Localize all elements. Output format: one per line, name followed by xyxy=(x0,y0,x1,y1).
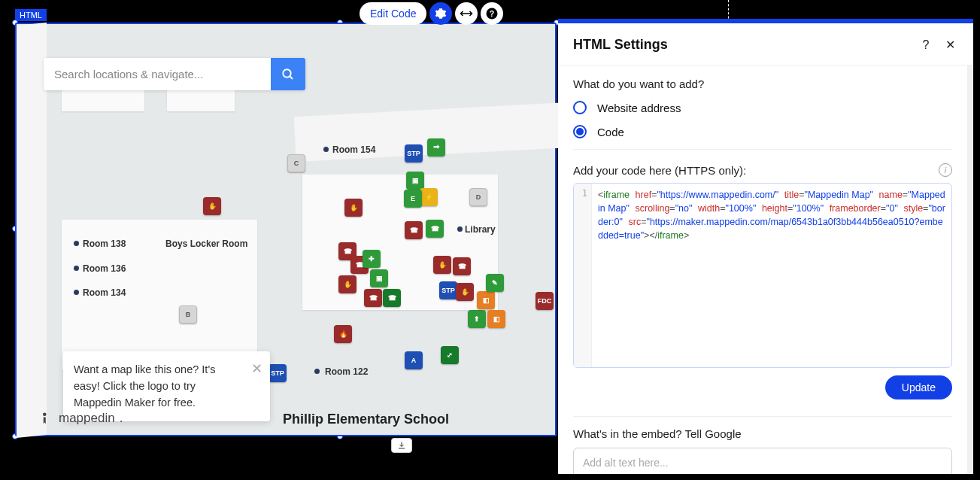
panel-header: HTML Settings ? ✕ xyxy=(558,23,973,65)
alt-question: What's in the embed? Tell Google xyxy=(573,427,952,440)
search-input[interactable] xyxy=(44,58,271,90)
radio-code[interactable]: Code xyxy=(573,125,952,138)
map-pin-bolt-icon[interactable]: ⚡ xyxy=(420,188,438,206)
map-pin[interactable]: ✋ xyxy=(203,197,221,215)
svg-text:?: ? xyxy=(490,9,494,18)
map-dot xyxy=(314,369,320,374)
map-pin[interactable]: STP xyxy=(405,144,423,163)
map-pin[interactable]: ✋ xyxy=(433,256,451,274)
close-icon: ✕ xyxy=(945,38,955,52)
info-icon[interactable]: i xyxy=(939,163,952,177)
download-handle[interactable] xyxy=(391,438,412,453)
map-pin-a[interactable]: A xyxy=(405,351,423,369)
help-icon: ? xyxy=(485,7,499,20)
brand-logo[interactable]: mappedin . xyxy=(41,411,123,426)
map-pin[interactable]: ☎ xyxy=(453,257,471,275)
map-embed[interactable]: Room 154 Library Room 138 Room 136 Room … xyxy=(15,23,557,436)
map-pin[interactable]: ▣ xyxy=(370,269,388,287)
map-label-locker: Boys Locker Room xyxy=(165,238,247,249)
panel-title: HTML Settings xyxy=(573,37,918,53)
map-label-room134: Room 134 xyxy=(83,287,126,298)
help-icon: ? xyxy=(923,38,930,52)
map-pin[interactable]: STP xyxy=(439,281,457,299)
settings-button[interactable] xyxy=(429,2,452,25)
map-pin[interactable]: ✋ xyxy=(338,275,357,293)
map-label-library: Library xyxy=(465,224,496,235)
map-pin[interactable]: ✋ xyxy=(456,283,474,301)
widget-type-tag: HTML xyxy=(15,9,47,21)
map-title: Phillip Elementary School xyxy=(283,412,449,427)
map-pin[interactable]: ◧ xyxy=(477,291,495,309)
map-pin[interactable]: FDC xyxy=(536,292,554,310)
gear-icon xyxy=(435,8,447,20)
map-pin-d[interactable]: D xyxy=(469,188,487,206)
code-gutter: 1 xyxy=(574,184,592,367)
map-pin-exit-icon[interactable]: ⮕ xyxy=(427,138,445,156)
map-dot xyxy=(74,241,79,246)
radio-website[interactable]: Website address xyxy=(573,101,952,114)
map-dot xyxy=(74,290,79,295)
radio-label: Website address xyxy=(597,102,681,114)
map-dot xyxy=(323,147,329,152)
settings-panel: HTML Settings ? ✕ What do you want to ad… xyxy=(558,19,973,474)
widget-toolbar: Edit Code ? xyxy=(360,2,503,25)
radio-label: Code xyxy=(597,126,624,138)
stretch-button[interactable] xyxy=(455,2,478,25)
map-pin[interactable]: ◧ xyxy=(487,310,505,328)
map-label-room138: Room 138 xyxy=(83,238,126,249)
map-pin-firstaid-icon[interactable]: ✚ xyxy=(363,250,381,268)
map-label-room136: Room 136 xyxy=(83,263,126,274)
map-pin[interactable]: E xyxy=(404,190,422,208)
popup-text: Want a map like this one? It's easy! Cli… xyxy=(74,363,215,409)
close-icon[interactable]: ✕ xyxy=(251,359,262,379)
panel-help-button[interactable]: ? xyxy=(918,38,934,52)
map-pin[interactable]: ☎ xyxy=(426,220,444,238)
map-pin[interactable]: ☎ xyxy=(405,221,423,239)
search-icon xyxy=(281,68,295,81)
map-pin[interactable]: ☎ xyxy=(364,289,382,307)
edit-code-button[interactable]: Edit Code xyxy=(360,2,426,25)
stretch-icon xyxy=(460,8,473,19)
road xyxy=(17,23,47,438)
map-pin[interactable]: 🔥 xyxy=(334,325,352,343)
code-label: Add your code here (HTTPS only): xyxy=(573,164,746,177)
help-button[interactable]: ? xyxy=(481,2,503,25)
map-pin-b[interactable]: B xyxy=(179,305,197,324)
svg-point-0 xyxy=(283,69,291,77)
brand-name: mappedin xyxy=(59,411,115,426)
code-editor[interactable]: 1 <iframe href="https://www.mappedin.com… xyxy=(573,183,952,368)
search-bar xyxy=(44,58,305,90)
map-pin-arrow-icon[interactable]: ⬆ xyxy=(468,310,486,328)
map-dot xyxy=(74,266,79,271)
download-icon xyxy=(397,441,406,450)
divider xyxy=(573,416,952,417)
brand-dot: . xyxy=(120,411,123,426)
map-pin-c[interactable]: C xyxy=(287,154,305,172)
search-button[interactable] xyxy=(271,58,305,90)
code-content[interactable]: <iframe href="https://www.mappedin.com/"… xyxy=(592,184,951,367)
update-button[interactable]: Update xyxy=(885,375,952,399)
radio-icon xyxy=(573,101,587,114)
map-label-room154: Room 154 xyxy=(332,144,375,155)
map-dot xyxy=(457,226,463,232)
map-pin[interactable]: STP xyxy=(269,364,287,382)
map-pin[interactable]: ✋ xyxy=(344,199,363,217)
map-label-room122: Room 122 xyxy=(325,366,368,377)
svg-line-1 xyxy=(290,76,293,79)
alt-text-input[interactable] xyxy=(573,448,952,474)
map-pin[interactable]: ☎ xyxy=(383,289,401,307)
panel-body: What do you want to add? Website address… xyxy=(558,65,973,474)
map-pin[interactable]: ⤢ xyxy=(441,346,459,364)
map-pin[interactable]: ▣ xyxy=(406,172,424,190)
radio-icon xyxy=(573,125,587,138)
panel-close-button[interactable]: ✕ xyxy=(942,38,958,52)
map-pin[interactable]: ✎ xyxy=(486,274,504,292)
question-label: What do you want to add? xyxy=(573,77,952,90)
divider xyxy=(573,149,952,150)
mappedin-icon xyxy=(41,412,54,425)
svg-point-2 xyxy=(43,413,47,417)
